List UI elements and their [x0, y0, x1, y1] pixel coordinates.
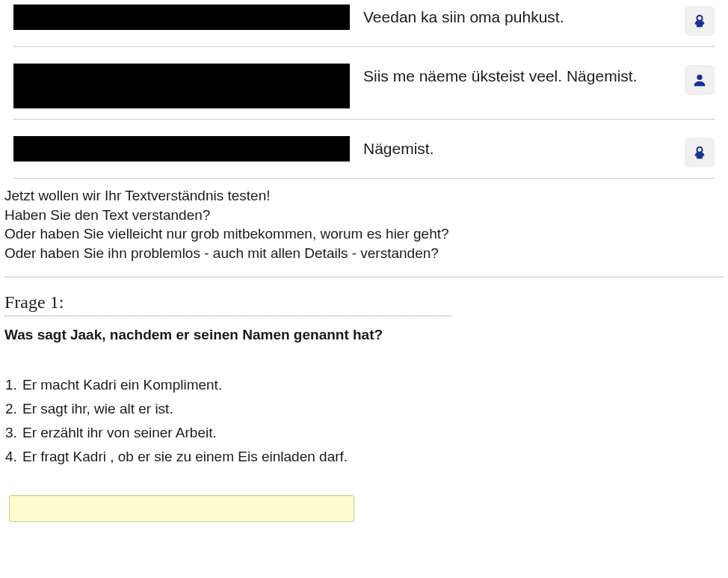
dialog-row: Nägemist.	[13, 132, 715, 179]
utterance-text: Nägemist.	[363, 136, 673, 159]
redacted-block	[13, 64, 350, 108]
intro-line: Oder haben Sie vielleicht nur grob mitbe…	[4, 224, 724, 244]
choice-list: Er macht Kadri ein Kompliment.Er sagt ih…	[21, 373, 724, 470]
redacted-block	[13, 4, 350, 30]
question-block: Frage 1: Was sagt Jaak, nachdem er seine…	[4, 292, 724, 522]
choice-item: Er sagt ihr, wie alt er ist.	[21, 397, 724, 421]
intro-line: Haben Sie den Text verstanden?	[4, 206, 724, 225]
section-divider	[4, 277, 724, 277]
utterance-text: Veedan ka siin oma puhkust.	[363, 4, 673, 28]
redacted-block	[13, 136, 350, 162]
answer-input[interactable]	[9, 495, 354, 522]
question-title: Frage 1:	[4, 292, 724, 313]
female-avatar-icon	[685, 138, 715, 167]
choice-item: Er macht Kadri ein Kompliment.	[21, 373, 724, 397]
choice-item: Er fragt Kadri , ob er sie zu einem Eis …	[21, 445, 724, 469]
male-avatar-icon	[685, 65, 715, 95]
dialog-block: Veedan ka siin oma puhkust.Siis me näeme…	[13, 0, 715, 179]
female-avatar-icon	[685, 6, 715, 36]
intro-line: Jetzt wollen wir Ihr Textverständnis tes…	[4, 186, 724, 206]
svg-point-0	[697, 75, 702, 80]
intro-text: Jetzt wollen wir Ihr Textverständnis tes…	[4, 186, 724, 263]
question-prompt: Was sagt Jaak, nachdem er seinen Namen g…	[4, 327, 724, 343]
intro-line: Oder haben Sie ihn problemlos - auch mit…	[4, 244, 724, 263]
utterance-text: Siis me näeme üksteist veel. Nägemist.	[363, 64, 673, 87]
dialog-row: Veedan ka siin oma puhkust.	[13, 0, 715, 47]
dialog-row: Siis me näeme üksteist veel. Nägemist.	[13, 59, 715, 120]
choice-item: Er erzählt ihr von seiner Arbeit.	[21, 421, 724, 445]
dotted-divider	[4, 316, 451, 316]
